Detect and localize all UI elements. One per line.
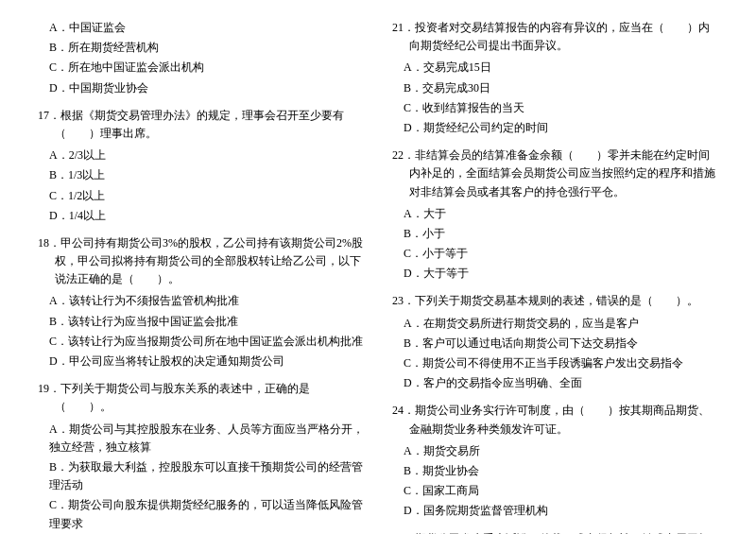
q21-block: 21．投资者对交易结算报告的内容有异议的，应当在（ ）内向期货经纪公司提出书面异… (392, 19, 718, 137)
q24-options: A．期货交易所 B．期货业协会 C．国家工商局 D．国务院期货监督管理机构 (392, 442, 718, 521)
option-item: B．期货业协会 (404, 462, 718, 480)
option-item: A．大于 (404, 205, 718, 223)
option-item: D．中国期货业协会 (49, 79, 364, 97)
option-item: B．小于 (404, 225, 718, 243)
q17-block: 17．根据《期货交易管理办法》的规定，理事会召开至少要有（ ）理事出席。 A．2… (38, 107, 364, 225)
option-item: B．1/3以上 (49, 166, 364, 184)
option-item: A．在期货交易所进行期货交易的，应当是客户 (404, 315, 718, 333)
q18-options: A．该转让行为不须报告监管机构批准 B．该转让行为应当报中国证监会批准 C．该转… (38, 292, 364, 370)
q19-block: 19．下列关于期货公司与股东关系的表述中，正确的是（ ）。 A．期货公司与其控股… (38, 380, 364, 534)
option-item: D．1/4以上 (49, 207, 364, 225)
option-item: C．期货公司向股东提供期货经纪服务的，可以适当降低风险管理要求 (49, 496, 364, 532)
option-item: D．期货经纪公司约定的时间 (404, 119, 718, 137)
left-q1-block: A．中国证监会 B．所在期货经营机构 C．所在地中国证监会派出机构 D．中国期货… (38, 19, 364, 97)
option-item: B．所在期货经营机构 (49, 39, 364, 57)
q24-block: 24．期货公司业务实行许可制度，由（ ）按其期商品期货、金融期货业务种类颁发许可… (392, 402, 718, 520)
option-item: A．该转让行为不须报告监管机构批准 (49, 292, 364, 310)
q21-options: A．交易完成15日 B．交易完成30日 C．收到结算报告的当天 D．期货经纪公司… (392, 59, 718, 137)
option-item: C．1/2以上 (49, 187, 364, 205)
option-item: B．客户可以通过电话向期货公司下达交易指令 (404, 335, 718, 353)
q22-block: 22．非结算会员的结算准备金余额（ ）零并未能在约定时间内补足的，全面结算会员期… (392, 146, 718, 283)
q18-title: 18．甲公司持有期货公司3%的股权，乙公司持有该期货公司2%股权，甲公司拟将持有… (38, 234, 364, 289)
option-item: A．交易完成15日 (404, 59, 718, 77)
option-item: D．大于等于 (404, 265, 718, 283)
two-column-layout: A．中国证监会 B．所在期货经营机构 C．所在地中国证监会派出机构 D．中国期货… (38, 19, 718, 534)
right-column: 21．投资者对交易结算报告的内容有异议的，应当在（ ）内向期货经纪公司提出书面异… (392, 19, 718, 534)
option-item: D．国务院期货监督管理机构 (404, 502, 718, 520)
option-item: A．期货交易所 (404, 442, 718, 460)
q19-title: 19．下列关于期货公司与股东关系的表述中，正确的是（ ）。 (38, 380, 364, 416)
q23-block: 23．下列关于期货交易基本规则的表述，错误的是（ ）。 A．在期货交易所进行期货… (392, 292, 718, 392)
option-item: C．收到结算报告的当天 (404, 99, 718, 117)
option-item: A．期货公司与其控股股东在业务、人员等方面应当严格分开，独立经营，独立核算 (49, 421, 364, 456)
left-column: A．中国证监会 B．所在期货经营机构 C．所在地中国证监会派出机构 D．中国期货… (38, 19, 364, 534)
option-item: A．2/3以上 (49, 146, 364, 164)
option-item: C．期货公司不得使用不正当手段诱骗客户发出交易指令 (404, 354, 718, 372)
q18-block: 18．甲公司持有期货公司3%的股权，乙公司持有该期货公司2%股权，甲公司拟将持有… (38, 234, 364, 370)
q21-title: 21．投资者对交易结算报告的内容有异议的，应当在（ ）内向期货经纪公司提出书面异… (392, 19, 718, 55)
q17-title: 17．根据《期货交易管理办法》的规定，理事会召开至少要有（ ）理事出席。 (38, 107, 364, 143)
option-item: B．为获取最大利益，控股股东可以直接干预期货公司的经营管理活动 (49, 458, 364, 494)
q25-title: 25．期货公司发生重大诉讼、仲裁、或者很权被吊销或者用于担保，以及发生其他重大事… (392, 530, 718, 535)
option-item: C．所在地中国证监会派出机构 (49, 59, 364, 77)
option-item: B．交易完成30日 (404, 79, 718, 97)
q17-options: A．2/3以上 B．1/3以上 C．1/2以上 D．1/4以上 (38, 146, 364, 225)
q19-options: A．期货公司与其控股股东在业务、人员等方面应当严格分开，独立经营，独立核算 B．… (38, 421, 364, 534)
q23-title: 23．下列关于期货交易基本规则的表述，错误的是（ ）。 (392, 292, 718, 310)
option-item: D．客户的交易指令应当明确、全面 (404, 374, 718, 392)
option-item: A．中国证监会 (49, 19, 364, 37)
option-item: C．该转让行为应当报期货公司所在地中国证监会派出机构批准 (49, 333, 364, 351)
left-q1-options: A．中国证监会 B．所在期货经营机构 C．所在地中国证监会派出机构 D．中国期货… (38, 19, 364, 97)
q23-options: A．在期货交易所进行期货交易的，应当是客户 B．客户可以通过电话向期货公司下达交… (392, 315, 718, 393)
page-container: A．中国证监会 B．所在期货经营机构 C．所在地中国证监会派出机构 D．中国期货… (38, 19, 718, 534)
option-item: D．甲公司应当将转让股权的决定通知期货公司 (49, 353, 364, 370)
option-item: C．国家工商局 (404, 482, 718, 500)
q22-title: 22．非结算会员的结算准备金余额（ ）零并未能在约定时间内补足的，全面结算会员期… (392, 146, 718, 201)
option-item: B．该转让行为应当报中国证监会批准 (49, 313, 364, 331)
option-item: C．小于等于 (404, 245, 718, 263)
q22-options: A．大于 B．小于 C．小于等于 D．大于等于 (392, 205, 718, 284)
q24-title: 24．期货公司业务实行许可制度，由（ ）按其期商品期货、金融期货业务种类颁发许可… (392, 402, 718, 438)
q25-block: 25．期货公司发生重大诉讼、仲裁、或者很权被吊销或者用于担保，以及发生其他重大事… (392, 530, 718, 535)
